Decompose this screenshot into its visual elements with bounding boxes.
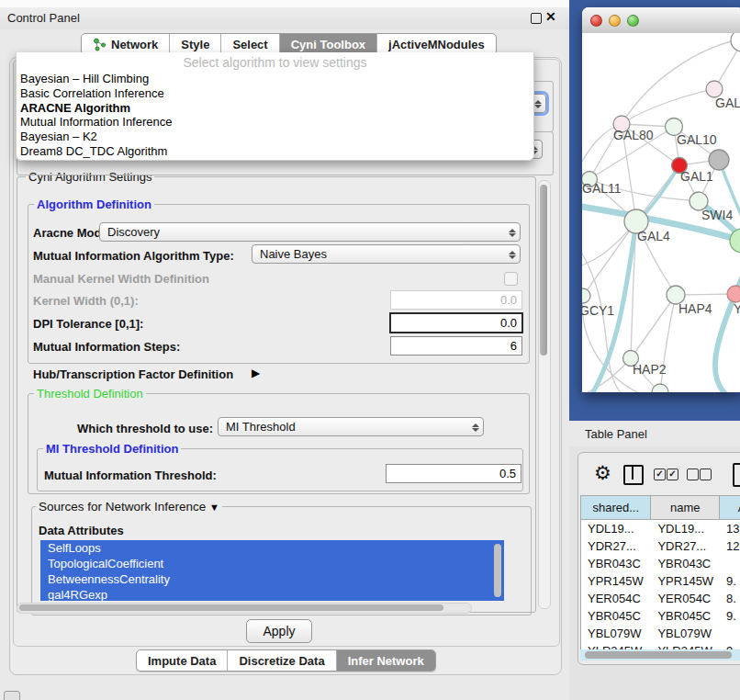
select-all-checkbox-icon[interactable]: ✓	[654, 469, 666, 480]
node-label: GAL80	[613, 128, 654, 142]
list-item[interactable]: BetweennessCentrality	[40, 571, 504, 587]
network-window-titlebar[interactable]	[582, 7, 740, 34]
float-window-icon[interactable]	[531, 13, 542, 24]
tab-infer-network[interactable]: Infer Network	[337, 650, 435, 671]
stepper-icon	[470, 421, 480, 434]
expand-arrow-icon[interactable]: ▶	[252, 367, 260, 379]
node-attribute-table[interactable]: shared... name A YDL19...YDL19...13 YDR2…	[580, 495, 740, 651]
settings-scrollbar-thumb[interactable]	[540, 185, 547, 356]
mi-threshold-label: Mutual Information Threshold:	[44, 469, 217, 482]
node-label: GAL	[715, 96, 740, 110]
aracne-mode-value: Discovery	[107, 225, 160, 239]
table-row[interactable]: YDR27...YDR27...12	[581, 537, 740, 555]
table-row[interactable]: YDL19...YDL19...13	[581, 520, 740, 537]
tab-impute-data[interactable]: Impute Data	[137, 650, 228, 671]
mi-threshold-field[interactable]: 0.5	[386, 464, 521, 483]
minimized-panel-icon[interactable]	[4, 691, 20, 700]
dropdown-item[interactable]: Bayesian – K2	[20, 130, 530, 144]
settings-hscrollbar-thumb[interactable]	[19, 604, 443, 611]
node-label: GAL10	[677, 132, 717, 147]
network-window[interactable]: GAL GAL80 GAL10 GAL1 GAL11 SWI4 GAL4 GCY…	[582, 7, 740, 392]
deselect-all-checkbox-icon[interactable]	[687, 469, 699, 480]
close-icon[interactable]: ✕	[545, 9, 556, 24]
dropdown-item[interactable]: Bayesian – Hill Climbing	[20, 72, 530, 86]
column-header-partial[interactable]: A	[720, 496, 740, 519]
table-row[interactable]: YPR145WYPR145W9.	[581, 572, 740, 590]
select-all-checkbox-icon[interactable]: ✓	[667, 469, 678, 480]
table-row[interactable]: YBL079WYBL079W	[581, 625, 740, 642]
settings-scrollbar[interactable]	[538, 180, 551, 609]
kernel-width-field[interactable]: 0.0	[390, 290, 522, 310]
aracne-mode-combo[interactable]: Discovery	[99, 222, 521, 242]
node-gcy1[interactable]	[582, 288, 590, 303]
node-gray[interactable]	[709, 150, 729, 170]
kernel-width-label: Kernel Width (0,1):	[33, 294, 139, 308]
table-row[interactable]: YBR043CYBR043C	[581, 555, 740, 572]
column-header-shared-name[interactable]: shared...	[581, 496, 651, 519]
which-threshold-label: Which threshold to use:	[77, 422, 213, 435]
data-attributes-list: SelfLoops TopologicalCoefficient Between…	[40, 540, 504, 601]
threshold-definition-title: Threshold Definition	[34, 387, 146, 401]
window-close-icon[interactable]	[590, 15, 602, 27]
tab-cyni-toolbox[interactable]: Cyni Toolbox	[280, 34, 377, 54]
control-panel-titlebar: Control Panel ✕	[0, 7, 569, 29]
sources-title[interactable]: Sources for Network Inference ▼	[36, 500, 222, 514]
list-scrollbar-thumb[interactable]	[494, 544, 501, 597]
manual-kernel-label: Manual Kernel Width Definition	[33, 272, 209, 286]
apply-button[interactable]: Apply	[246, 619, 312, 643]
dropdown-item-selected[interactable]: ARACNE Algorithm	[20, 101, 530, 116]
table-toolbar: ⚙ ✓ ✓	[578, 460, 740, 491]
node-label: HAP4	[678, 301, 712, 316]
tab-style-label: Style	[181, 38, 209, 51]
stepper-icon	[507, 248, 517, 261]
node-partial-bottom[interactable]	[652, 384, 668, 392]
node-label: GAL1	[680, 169, 713, 184]
dropdown-item[interactable]: Dream8 DC_TDC Algorithm	[20, 144, 530, 159]
mi-steps-field[interactable]: 6	[390, 336, 522, 356]
settings-hscrollbar[interactable]	[17, 603, 472, 614]
tab-network[interactable]: Network	[82, 34, 170, 54]
window-minimize-icon[interactable]	[609, 15, 621, 27]
dpi-tolerance-field[interactable]: 0.0	[389, 312, 523, 333]
collapse-arrow-icon[interactable]: ▼	[209, 502, 219, 513]
list-item[interactable]: TopologicalCoefficient	[40, 556, 504, 571]
list-item[interactable]: SelfLoops	[40, 540, 504, 556]
table-panel-titlebar: Table Panel	[569, 421, 740, 447]
tab-jactivemnodules[interactable]: jActiveMNodules	[377, 34, 496, 54]
node-label: GAL11	[582, 181, 622, 196]
manual-kernel-checkbox[interactable]	[504, 272, 518, 286]
gear-icon[interactable]: ⚙	[594, 462, 611, 484]
table-hscrollbar-thumb[interactable]	[585, 651, 732, 659]
dropdown-item[interactable]: Mutual Information Inference	[20, 115, 530, 130]
window-zoom-icon[interactable]	[627, 15, 639, 27]
deselect-all-checkbox-icon[interactable]	[700, 469, 712, 480]
tab-style[interactable]: Style	[170, 34, 221, 54]
tab-impute-data-label: Impute Data	[148, 654, 216, 668]
column-header-name[interactable]: name	[651, 496, 720, 519]
control-panel-title: Control Panel	[7, 11, 80, 25]
export-table-icon[interactable]	[733, 463, 740, 487]
hub-definition-label[interactable]: Hub/Transcription Factor Definition	[33, 367, 233, 381]
tab-select[interactable]: Select	[221, 34, 279, 54]
list-item[interactable]: gal4RGexp	[40, 587, 504, 601]
tab-select-label: Select	[232, 38, 267, 51]
tab-cyni-toolbox-label: Cyni Toolbox	[291, 38, 365, 51]
node-label: HAP2	[633, 362, 667, 377]
mi-type-combo[interactable]: Naive Bayes	[252, 244, 521, 264]
application-root: Control Panel ✕ Network Style Select Cyn…	[0, 0, 740, 700]
dropdown-item[interactable]: Basic Correlation Inference	[20, 86, 530, 101]
table-hscrollbar[interactable]	[580, 649, 740, 660]
table-row[interactable]: YER054CYER054C8.	[581, 590, 740, 607]
tab-infer-network-label: Infer Network	[348, 654, 424, 668]
mi-steps-label: Mutual Information Steps:	[33, 340, 180, 354]
columns-icon[interactable]	[623, 465, 644, 485]
which-threshold-combo[interactable]: MI Threshold	[218, 417, 484, 436]
node-partial-top[interactable]	[731, 33, 740, 51]
node-salmon-right[interactable]	[727, 286, 740, 302]
node-green-right[interactable]	[730, 229, 740, 253]
network-canvas[interactable]: GAL GAL80 GAL10 GAL1 GAL11 SWI4 GAL4 GCY…	[582, 33, 740, 392]
dropdown-item-list: Bayesian – Hill Climbing Basic Correlati…	[20, 72, 530, 159]
table-row[interactable]: YBR045CYBR045C9.	[581, 607, 740, 625]
algorithm-dropdown: Select algorithm to view settings Bayesi…	[16, 52, 534, 161]
tab-discretize-data[interactable]: Discretize Data	[228, 650, 336, 671]
